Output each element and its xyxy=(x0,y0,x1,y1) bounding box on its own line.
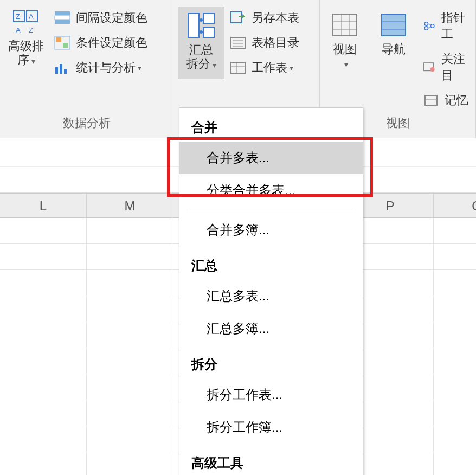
svg-text:A: A xyxy=(16,26,21,34)
stats-analysis-button[interactable]: 统计与分析▾ xyxy=(53,56,149,79)
svg-point-42 xyxy=(430,67,435,72)
svg-rect-8 xyxy=(55,20,70,24)
svg-rect-12 xyxy=(55,67,58,74)
memory-icon xyxy=(423,93,439,107)
svg-rect-28 xyxy=(333,14,357,36)
svg-rect-21 xyxy=(231,37,245,48)
svg-rect-16 xyxy=(203,14,214,23)
chevron-down-icon: ▾ xyxy=(213,61,216,69)
svg-line-39 xyxy=(428,24,431,25)
svg-rect-43 xyxy=(425,95,437,105)
section-merge: 合并 xyxy=(179,108,363,142)
table-contents-button[interactable]: 表格目录 xyxy=(229,31,300,54)
svg-rect-25 xyxy=(231,62,245,73)
svg-rect-14 xyxy=(64,69,67,74)
svg-point-38 xyxy=(430,24,434,28)
follow-button[interactable]: 关注目 xyxy=(422,48,471,87)
section-split: 拆分 xyxy=(179,345,363,378)
section-summary: 汇总 xyxy=(179,246,363,280)
memory-button[interactable]: 记忆 xyxy=(422,89,471,112)
svg-rect-11 xyxy=(63,43,68,48)
split-sheet-item[interactable]: 拆分工作表... xyxy=(179,378,363,411)
interval-color-label: 间隔设定颜色 xyxy=(76,10,147,26)
svg-rect-13 xyxy=(60,64,62,74)
view-button[interactable]: 视图▾ xyxy=(324,7,365,112)
svg-point-36 xyxy=(424,22,428,25)
summary-sheets-item[interactable]: 汇总多表... xyxy=(179,280,363,312)
condition-color-icon xyxy=(54,36,70,50)
col-header[interactable]: L xyxy=(0,194,87,217)
svg-rect-7 xyxy=(55,16,70,20)
svg-text:Z: Z xyxy=(29,26,33,34)
sort-icon: ZAAZ xyxy=(12,10,40,37)
stats-icon xyxy=(54,61,70,75)
svg-rect-33 xyxy=(382,14,406,36)
summary-split-label: 汇总拆分 xyxy=(186,43,214,70)
save-as-sheet-button[interactable]: 另存本表 xyxy=(229,7,300,29)
col-header[interactable]: Q xyxy=(434,194,476,217)
chevron-down-icon: ▾ xyxy=(290,63,293,72)
save-as-sheet-label: 另存本表 xyxy=(252,10,299,26)
nav-icon xyxy=(378,10,409,40)
section-advanced: 高级工具 xyxy=(179,444,363,475)
toc-label: 表格目录 xyxy=(252,35,299,51)
worksheet-icon xyxy=(230,61,246,75)
pointer-label: 指针工 xyxy=(441,10,470,42)
svg-rect-17 xyxy=(203,28,214,37)
color-rows-icon xyxy=(54,11,70,25)
toc-icon xyxy=(230,36,246,50)
category-merge-item[interactable]: 分类合并多表... xyxy=(179,174,363,207)
svg-text:Z: Z xyxy=(16,12,20,21)
chevron-down-icon: ▾ xyxy=(138,63,141,72)
svg-rect-10 xyxy=(56,37,61,42)
memory-label: 记忆 xyxy=(445,92,468,108)
svg-point-19 xyxy=(200,30,203,34)
split-workbook-item[interactable]: 拆分工作簿... xyxy=(179,411,363,444)
pointer-tool-button[interactable]: 指针工 xyxy=(422,7,471,46)
svg-text:A: A xyxy=(29,12,34,21)
group-label: 数据分析 xyxy=(63,115,111,131)
summary-split-icon xyxy=(186,10,216,41)
svg-rect-15 xyxy=(188,14,199,37)
view-label: 视图 xyxy=(333,42,357,56)
summary-split-button[interactable]: 汇总拆分▾ xyxy=(178,7,224,79)
svg-rect-20 xyxy=(231,12,242,23)
follow-label: 关注目 xyxy=(441,51,470,84)
worksheet-label: 工作表 xyxy=(252,60,287,76)
worksheet-button[interactable]: 工作表▾ xyxy=(229,56,300,79)
svg-rect-6 xyxy=(55,11,70,15)
sort-label: 高级排序 xyxy=(8,39,44,67)
pointer-icon xyxy=(423,19,436,33)
merge-workbooks-item[interactable]: 合并多簿... xyxy=(179,214,363,246)
nav-button[interactable]: 导航 xyxy=(373,7,414,112)
summary-workbooks-item[interactable]: 汇总多簿... xyxy=(179,312,363,345)
grid-view-icon xyxy=(330,10,360,40)
save-sheet-icon xyxy=(230,11,246,25)
stats-label: 统计与分析 xyxy=(76,60,136,76)
svg-point-18 xyxy=(200,18,203,22)
nav-label: 导航 xyxy=(382,42,406,56)
merge-sheets-item[interactable]: 合并多表... xyxy=(179,142,363,174)
summary-split-dropdown: 合并 合并多表... 分类合并多表... 合并多簿... 汇总 汇总多表... … xyxy=(179,107,363,475)
svg-line-40 xyxy=(428,27,431,28)
group-label: 视图 xyxy=(386,115,410,131)
condition-color-button[interactable]: 条件设定颜色 xyxy=(53,31,149,54)
chevron-down-icon: ▾ xyxy=(31,57,35,66)
ribbon-group-data-analysis: ZAAZ 高级排序▾ 间隔设定颜色 条件设定颜色 统计与分析▾ 数据分析 xyxy=(0,0,173,138)
condition-color-label: 条件设定颜色 xyxy=(76,35,147,51)
col-header[interactable]: M xyxy=(87,194,173,217)
chevron-down-icon: ▾ xyxy=(344,60,348,69)
advanced-sort-button[interactable]: ZAAZ 高级排序▾ xyxy=(4,7,48,79)
separator xyxy=(189,210,353,210)
follow-icon xyxy=(423,60,436,74)
interval-color-button[interactable]: 间隔设定颜色 xyxy=(53,7,149,29)
svg-point-37 xyxy=(424,27,428,30)
